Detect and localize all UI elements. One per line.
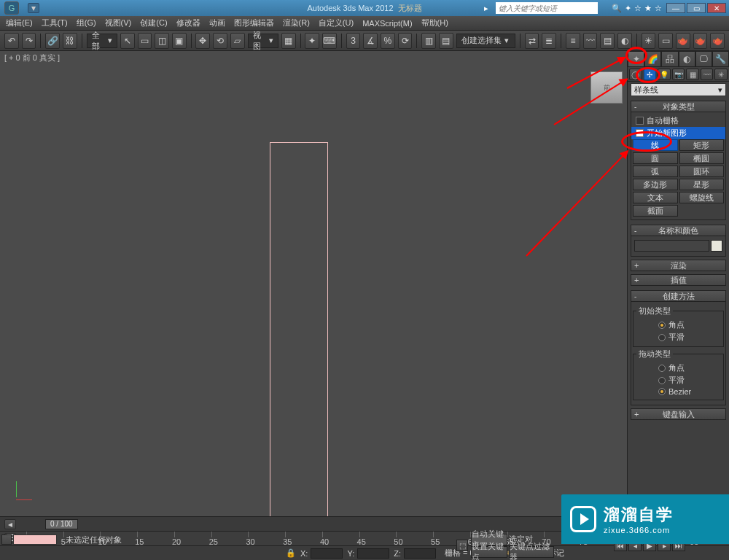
key-toggle-icon[interactable]: ⬚: [456, 540, 468, 551]
menu-anim[interactable]: 动画: [209, 18, 225, 28]
radio-init-smooth[interactable]: 平滑: [636, 331, 720, 343]
render-iter-icon[interactable]: 🫖: [710, 33, 725, 49]
coord-z-value[interactable]: [404, 548, 436, 559]
exchange-icon[interactable]: ☆: [634, 4, 642, 13]
minimize-button[interactable]: —: [666, 3, 685, 13]
systems-icon[interactable]: ✳: [714, 69, 728, 80]
keyfilter-button[interactable]: 关键点过滤器: [509, 546, 554, 558]
schematic-icon[interactable]: ▤: [600, 33, 615, 49]
material-editor-icon[interactable]: ◐: [617, 33, 632, 49]
timeslider-left-icon[interactable]: ◂: [4, 519, 16, 529]
render-frame-icon[interactable]: ▭: [658, 33, 673, 49]
favorite-icon[interactable]: ☆: [655, 4, 662, 13]
angle-snap-icon[interactable]: ∡: [363, 33, 378, 49]
rollout-interp[interactable]: +插值: [631, 274, 726, 286]
snap-icon[interactable]: 3: [346, 33, 361, 49]
btn-circle[interactable]: 圆: [633, 152, 678, 164]
close-button[interactable]: ✕: [707, 3, 726, 13]
menu-modifiers[interactable]: 修改器: [176, 18, 200, 28]
keymode-icon[interactable]: ⌨: [322, 33, 337, 49]
menu-help[interactable]: 帮助(H): [421, 18, 448, 28]
drawn-rectangle[interactable]: [270, 142, 328, 529]
rotate-icon[interactable]: ⟲: [213, 33, 227, 49]
radio-drag-bezier[interactable]: Bezier: [636, 386, 720, 397]
autogrid-checkbox[interactable]: 自动栅格: [633, 114, 724, 127]
display-tab[interactable]: 🖵: [695, 51, 712, 66]
manip-icon[interactable]: ✦: [305, 33, 319, 49]
viewport-label[interactable]: [ + 0 前 0 真实 ]: [4, 52, 60, 63]
esel2-icon[interactable]: ▤: [439, 33, 453, 49]
menu-edit[interactable]: 编辑(E): [6, 18, 33, 28]
redo-icon[interactable]: ↷: [22, 33, 36, 49]
align-icon[interactable]: ≣: [542, 33, 556, 49]
mini-a-icon[interactable]: [1, 534, 12, 545]
rollout-keyboard-input[interactable]: +键盘输入: [631, 408, 726, 420]
setkey-button[interactable]: 设置关键点: [471, 546, 507, 558]
hierarchy-tab[interactable]: 品: [661, 51, 678, 66]
render-setup-icon[interactable]: ☀: [642, 33, 656, 49]
shape-category-dropdown[interactable]: 样条线▾: [631, 83, 726, 96]
rollout-render[interactable]: +渲染: [631, 260, 726, 271]
refcoord-dropdown[interactable]: 视图▾: [248, 34, 278, 48]
infocenter-icons[interactable]: 🔍 ✦ ☆ ★ ☆: [612, 4, 662, 13]
shapes-icon[interactable]: ✢: [644, 69, 657, 80]
unlink-icon[interactable]: ⛓: [63, 33, 77, 49]
btn-ellipse[interactable]: 椭圆: [679, 152, 725, 164]
geometry-icon[interactable]: ◯: [629, 69, 642, 80]
coord-y-value[interactable]: [357, 548, 389, 559]
select-name-icon[interactable]: ▭: [138, 33, 152, 49]
undo-icon[interactable]: ↶: [4, 33, 19, 49]
btn-line[interactable]: 线: [633, 139, 678, 151]
window-crossing-icon[interactable]: ▣: [172, 33, 187, 49]
move-icon[interactable]: ✥: [195, 33, 210, 49]
menu-create[interactable]: 创建(C): [140, 18, 167, 28]
btn-rectangle[interactable]: 矩形: [679, 139, 725, 151]
frame-indicator[interactable]: 0 / 100: [45, 519, 78, 529]
render-prod-icon[interactable]: 🫖: [693, 33, 708, 49]
help-icon[interactable]: ★: [644, 4, 652, 13]
menu-tools[interactable]: 工具(T): [42, 18, 68, 28]
lock-icon[interactable]: 🔒: [286, 548, 296, 559]
radio-drag-smooth[interactable]: 平滑: [636, 374, 720, 386]
btn-text[interactable]: 文本: [633, 192, 678, 203]
menu-render[interactable]: 渲染(R): [283, 18, 310, 28]
motion-tab[interactable]: ◐: [679, 51, 695, 66]
pivot-icon[interactable]: ▦: [281, 33, 296, 49]
qat-icon[interactable]: ▾: [28, 3, 39, 13]
percent-snap-icon[interactable]: %: [381, 33, 395, 49]
menu-custom[interactable]: 自定义(U): [319, 18, 354, 28]
cameras-icon[interactable]: 📷: [672, 69, 685, 80]
search-input[interactable]: [496, 2, 598, 14]
radio-init-corner[interactable]: 角点: [636, 319, 720, 331]
esel-icon[interactable]: ▥: [421, 33, 436, 49]
coord-x-value[interactable]: [311, 548, 343, 559]
menu-view[interactable]: 视图(V): [105, 18, 132, 28]
subscribe-icon[interactable]: ✦: [625, 4, 631, 13]
modify-tab[interactable]: 🌈: [644, 51, 661, 66]
btn-arc[interactable]: 弧: [633, 166, 678, 177]
curve-editor-icon[interactable]: 〰: [583, 33, 598, 49]
object-name-input[interactable]: [634, 240, 709, 252]
spacewarps-icon[interactable]: 〰: [701, 69, 714, 80]
btn-ngon[interactable]: 多边形: [633, 179, 678, 190]
maxscript-mini-input[interactable]: [13, 534, 57, 545]
link-icon[interactable]: 🔗: [45, 33, 60, 49]
mirror-icon[interactable]: ⇄: [525, 33, 539, 49]
start-new-shape-checkbox[interactable]: 开始新图形: [631, 127, 725, 139]
viewport[interactable]: [ + 0 前 0 真实 ] 前: [0, 51, 627, 516]
scale-icon[interactable]: ▱: [230, 33, 245, 49]
lights-icon[interactable]: 💡: [658, 69, 671, 80]
utilities-tab[interactable]: 🔧: [712, 51, 729, 66]
btn-section[interactable]: 截面: [633, 205, 678, 217]
search-icon[interactable]: 🔍: [612, 4, 622, 13]
menu-grapheditor[interactable]: 图形编辑器: [234, 18, 274, 28]
btn-star[interactable]: 星形: [679, 179, 725, 190]
spinner-snap-icon[interactable]: ⟳: [398, 33, 413, 49]
helpers-icon[interactable]: ▦: [686, 69, 699, 80]
radio-drag-corner[interactable]: 角点: [636, 362, 720, 374]
maximize-button[interactable]: ▭: [687, 3, 706, 13]
named-selection[interactable]: 创建选择集▾: [456, 34, 515, 48]
select-icon[interactable]: ↖: [120, 33, 135, 49]
menu-group[interactable]: 组(G): [77, 18, 96, 28]
select-region-icon[interactable]: ◫: [155, 33, 169, 49]
